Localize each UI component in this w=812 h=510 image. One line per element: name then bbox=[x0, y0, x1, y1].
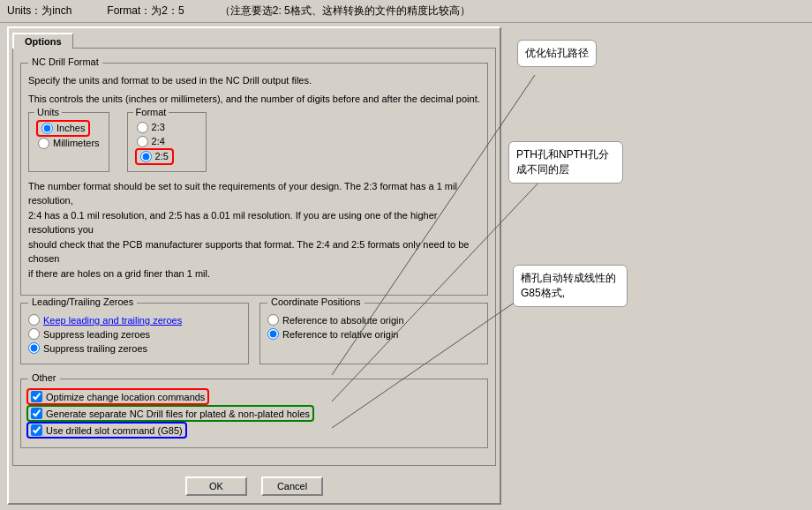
radio-25-row: 2:5 bbox=[137, 150, 197, 163]
format-subgroup-label: Format bbox=[133, 107, 169, 117]
radio-mm-row: Millimeters bbox=[38, 138, 100, 149]
other-group: Other Optimize change location commands … bbox=[20, 379, 488, 448]
ref-relative-label[interactable]: Reference to relative origin bbox=[282, 329, 398, 340]
inches-radio[interactable] bbox=[41, 123, 53, 134]
format-info: Format：为2：5 bbox=[107, 4, 184, 19]
top-bar: Units：为inch Format：为2：5 （注意要选2: 5格式、这样转换… bbox=[0, 0, 812, 23]
keep-leading-row: Keep leading and trailing zeroes bbox=[28, 314, 241, 326]
suppress-trailing-row: Suppress trailing zeroes bbox=[28, 342, 241, 354]
use-drilled-row: Use drilled slot command (G85) bbox=[28, 424, 480, 437]
desc2: This controls the units (inches or milli… bbox=[28, 93, 480, 106]
suppress-leading-label[interactable]: Suppress leading zeroes bbox=[43, 329, 150, 340]
button-row: OK Cancel bbox=[9, 469, 500, 503]
format-24-radio[interactable] bbox=[137, 136, 148, 147]
suppress-leading-row: Suppress leading zeroes bbox=[28, 328, 241, 340]
generate-checkbox[interactable] bbox=[31, 408, 42, 419]
format-23-label[interactable]: 2:3 bbox=[152, 122, 165, 132]
ref-relative-radio[interactable] bbox=[267, 328, 279, 340]
ref-absolute-label[interactable]: Reference to absolute origin bbox=[282, 315, 404, 326]
ref-relative-row: Reference to relative origin bbox=[267, 328, 480, 340]
use-drilled-label[interactable]: Use drilled slot command (G85) bbox=[46, 425, 183, 436]
suppress-trailing-label[interactable]: Suppress trailing zeroes bbox=[43, 343, 147, 354]
optimize-row: Optimize change location commands bbox=[28, 390, 480, 403]
generate-highlight: Generate separate NC Drill files for pla… bbox=[28, 407, 312, 420]
units-label: Units bbox=[34, 107, 62, 117]
nc-drill-label: NC Drill Format bbox=[28, 56, 102, 67]
optimize-checkbox[interactable] bbox=[31, 391, 42, 402]
keep-leading-text: Keep leading and trailing zeroes bbox=[43, 315, 182, 326]
format-23-radio[interactable] bbox=[137, 122, 148, 133]
callout2-text: PTH孔和NPTH孔分成不同的层 bbox=[516, 148, 609, 176]
ref-absolute-radio[interactable] bbox=[267, 314, 279, 326]
dialog-content: NC Drill Format Specify the units and fo… bbox=[12, 48, 496, 466]
format-25-radio[interactable] bbox=[140, 151, 152, 162]
desc1: Specify the units and format to be used … bbox=[28, 74, 480, 87]
units-format-row: Units Inches Milli bbox=[28, 112, 480, 172]
inches-label[interactable]: Inches bbox=[56, 123, 85, 133]
format-24-label[interactable]: 2:4 bbox=[152, 136, 165, 146]
leading-trailing-group: Leading/Trailing Zeroes Keep leading and… bbox=[20, 303, 249, 364]
radio-23-row: 2:3 bbox=[137, 122, 197, 133]
optimize-highlight: Optimize change location commands bbox=[28, 390, 207, 403]
dialog-box: Options NC Drill Format Specify the unit… bbox=[7, 26, 501, 505]
other-label: Other bbox=[28, 372, 60, 383]
annotations-panel: 优化钻孔路径 PTH孔和NPTH孔分成不同的层 槽孔自动转成线性的G85格式, bbox=[508, 26, 805, 505]
callout-optimize: 优化钻孔路径 bbox=[517, 40, 597, 67]
callout-slot: 槽孔自动转成线性的G85格式, bbox=[513, 265, 628, 307]
two-col-row: Leading/Trailing Zeroes Keep leading and… bbox=[20, 303, 488, 371]
keep-leading-label[interactable]: Keep leading and trailing zeroes bbox=[43, 315, 182, 326]
millimeters-label[interactable]: Millimeters bbox=[53, 138, 100, 148]
callout3-text: 槽孔自动转成线性的G85格式, bbox=[521, 272, 616, 299]
generate-row: Generate separate NC Drill files for pla… bbox=[28, 407, 480, 420]
coord-group: Coordinate Positions Reference to absolu… bbox=[259, 303, 488, 364]
millimeters-radio[interactable] bbox=[38, 138, 49, 149]
format-25-highlight: 2:5 bbox=[137, 150, 172, 163]
coord-group-label: Coordinate Positions bbox=[267, 296, 365, 307]
ref-absolute-row: Reference to absolute origin bbox=[267, 314, 480, 326]
main-container: Options NC Drill Format Specify the unit… bbox=[0, 23, 812, 508]
radio-24-row: 2:4 bbox=[137, 136, 197, 147]
inches-highlight: Inches bbox=[38, 122, 88, 135]
keep-leading-radio[interactable] bbox=[28, 314, 40, 326]
callout-pth: PTH孔和NPTH孔分成不同的层 bbox=[508, 141, 623, 184]
long-desc: The number format should be set to suit … bbox=[28, 179, 480, 281]
suppress-leading-radio[interactable] bbox=[28, 328, 40, 340]
tab-options[interactable]: Options bbox=[12, 33, 73, 49]
ok-button[interactable]: OK bbox=[185, 476, 247, 496]
leading-trailing-label: Leading/Trailing Zeroes bbox=[28, 296, 137, 307]
nc-drill-group: NC Drill Format Specify the units and fo… bbox=[20, 63, 488, 296]
format-subgroup: Format 2:3 2:4 bbox=[127, 112, 207, 172]
cancel-button[interactable]: Cancel bbox=[261, 476, 323, 496]
units-subgroup: Units Inches Milli bbox=[28, 112, 109, 172]
units-info: Units：为inch bbox=[7, 4, 71, 19]
optimize-label[interactable]: Optimize change location commands bbox=[46, 392, 205, 402]
format-25-label[interactable]: 2:5 bbox=[155, 151, 169, 161]
tab-bar: Options bbox=[9, 28, 500, 48]
radio-inches-row: Inches bbox=[38, 122, 100, 135]
use-drilled-checkbox[interactable] bbox=[31, 424, 42, 436]
format-note: （注意要选2: 5格式、这样转换的文件的精度比较高） bbox=[220, 4, 470, 19]
suppress-trailing-radio[interactable] bbox=[28, 342, 40, 354]
callout1-text: 优化钻孔路径 bbox=[525, 47, 589, 59]
generate-label[interactable]: Generate separate NC Drill files for pla… bbox=[46, 409, 310, 419]
use-drilled-highlight: Use drilled slot command (G85) bbox=[28, 424, 185, 437]
